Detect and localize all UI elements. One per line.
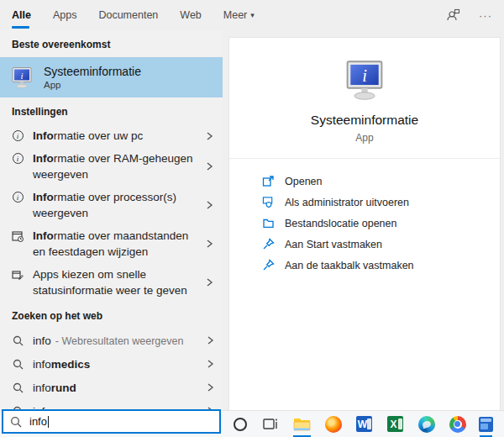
chrome-icon[interactable] bbox=[448, 412, 467, 437]
action-open[interactable]: Openen bbox=[261, 171, 500, 192]
window-app-icon[interactable] bbox=[479, 412, 493, 437]
pin-icon bbox=[261, 238, 275, 250]
action-pin-to-start[interactable]: Aan Start vastmaken bbox=[261, 234, 500, 255]
best-match-title: Systeeminformatie bbox=[44, 65, 141, 78]
completion-text: rund bbox=[51, 382, 76, 394]
suggestion-note: - Webresultaten weergeven bbox=[55, 335, 184, 347]
chevron-right-icon bbox=[206, 131, 214, 141]
item-text: rmatie over RAM-geheugen weergeven bbox=[33, 152, 193, 181]
settings-header: Instellingen bbox=[0, 97, 223, 124]
preview-app-title: Systeeminformatie bbox=[311, 113, 418, 128]
info-circle-icon: i bbox=[11, 153, 24, 164]
preview-app-subtitle: App bbox=[355, 132, 373, 144]
web-search-header: Zoeken op het web bbox=[0, 302, 223, 329]
typed-text: info bbox=[33, 382, 51, 394]
action-open-file-location[interactable]: Bestandslocatie openen bbox=[261, 213, 500, 234]
settings-item[interactable]: i Informatie over processor(s) weergeven bbox=[0, 186, 223, 224]
file-explorer-icon[interactable] bbox=[292, 412, 312, 437]
results-list: Beste overeenkomst i bbox=[0, 30, 223, 410]
search-filter-tabbar: Alle Apps Documenten Web Meer ▾ ··· bbox=[0, 0, 504, 30]
cortana-icon[interactable] bbox=[230, 412, 249, 437]
action-label: Aan de taakbalk vastmaken bbox=[285, 260, 414, 271]
svg-text:i: i bbox=[362, 66, 367, 85]
search-icon bbox=[11, 359, 24, 370]
text-caret bbox=[48, 416, 49, 428]
preview-card: i Systeeminformatie App Openen bbox=[228, 37, 501, 410]
typed-text: info bbox=[33, 334, 51, 347]
excel-icon[interactable]: X bbox=[386, 412, 405, 437]
chevron-right-icon bbox=[206, 161, 214, 171]
matched-text: Info bbox=[33, 152, 54, 165]
ellipsis-menu-icon[interactable]: ··· bbox=[479, 9, 492, 22]
tab-meer[interactable]: Meer ▾ bbox=[223, 0, 255, 30]
web-suggestion[interactable]: infomedics bbox=[0, 352, 223, 376]
item-text: rmatie over processor(s) weergeven bbox=[33, 191, 176, 219]
word-icon[interactable]: W bbox=[354, 412, 374, 437]
settings-item[interactable]: i Informatie over uw pc bbox=[0, 124, 223, 147]
typed-text: info bbox=[33, 358, 51, 371]
pin-icon bbox=[261, 259, 275, 271]
chevron-right-icon bbox=[207, 335, 214, 345]
tab-alle[interactable]: Alle bbox=[12, 0, 31, 30]
best-match-header: Beste overeenkomst bbox=[0, 30, 223, 57]
windows-search-flyout: Alle Apps Documenten Web Meer ▾ ··· Best… bbox=[0, 0, 504, 437]
svg-text:i: i bbox=[20, 70, 23, 80]
file-location-icon bbox=[261, 217, 275, 229]
item-text: rmatie over maandstanden en feestdagen w… bbox=[33, 229, 188, 258]
action-label: Aan Start vastmaken bbox=[285, 239, 382, 250]
item-text: Apps kiezen om snelle statusinformatie w… bbox=[33, 268, 187, 297]
action-label: Als administrator uitvoeren bbox=[285, 197, 409, 208]
search-icon bbox=[11, 382, 24, 393]
calendar-clock-icon bbox=[11, 230, 24, 242]
search-results-panel: Beste overeenkomst i bbox=[0, 30, 504, 410]
excel-letter: X bbox=[390, 419, 396, 430]
task-view-icon[interactable] bbox=[261, 412, 281, 437]
search-icon bbox=[10, 416, 22, 428]
search-icon bbox=[11, 335, 24, 346]
edge-icon[interactable] bbox=[417, 412, 436, 437]
matched-text: Info bbox=[33, 191, 54, 203]
word-letter: W bbox=[358, 419, 367, 430]
info-circle-icon: i bbox=[11, 130, 24, 141]
preview-pane: i Systeeminformatie App Openen bbox=[223, 30, 504, 410]
action-run-as-admin[interactable]: Als administrator uitvoeren bbox=[261, 192, 500, 213]
tab-documenten[interactable]: Documenten bbox=[98, 0, 158, 30]
search-input[interactable]: info bbox=[2, 409, 221, 434]
system-information-icon: i bbox=[343, 60, 386, 104]
action-label: Openen bbox=[285, 176, 322, 187]
chevron-right-icon bbox=[206, 239, 214, 249]
action-label: Bestandslocatie openen bbox=[285, 218, 396, 229]
chevron-down-icon: ▾ bbox=[250, 11, 255, 19]
chevron-right-icon bbox=[207, 382, 214, 392]
search-query-text: info bbox=[29, 415, 47, 428]
open-icon bbox=[261, 175, 275, 187]
feedback-person-icon[interactable] bbox=[446, 8, 460, 22]
apps-quick-status-icon bbox=[11, 269, 24, 281]
item-text: rmatie over uw pc bbox=[54, 129, 144, 142]
web-suggestion[interactable]: info- Webresultaten weergeven bbox=[0, 329, 223, 352]
settings-item[interactable]: i Informatie over RAM-geheugen weergeven bbox=[0, 147, 223, 186]
admin-shield-icon bbox=[261, 196, 275, 208]
action-pin-to-taskbar[interactable]: Aan de taakbalk vastmaken bbox=[261, 255, 500, 276]
best-match-result[interactable]: i Systeeminformatie App bbox=[0, 57, 223, 97]
tab-apps[interactable]: Apps bbox=[53, 0, 77, 30]
settings-item[interactable]: Apps kiezen om snelle statusinformatie w… bbox=[0, 263, 223, 302]
system-information-icon: i bbox=[10, 66, 34, 89]
chevron-right-icon bbox=[206, 200, 214, 210]
app-actions: Openen Als administrator uitvoeren Besta… bbox=[229, 159, 500, 276]
chevron-right-icon bbox=[206, 277, 214, 287]
settings-item[interactable]: Informatie over maandstanden en feestdag… bbox=[0, 224, 223, 263]
firefox-icon[interactable] bbox=[323, 412, 343, 437]
tab-meer-label: Meer bbox=[223, 9, 247, 21]
completion-text: medics bbox=[51, 358, 91, 371]
chevron-right-icon bbox=[207, 359, 214, 369]
web-suggestion[interactable]: inforund bbox=[0, 376, 223, 399]
matched-text: Info bbox=[33, 129, 54, 142]
matched-text: Info bbox=[33, 229, 54, 242]
info-circle-icon: i bbox=[11, 192, 24, 203]
best-match-subtitle: App bbox=[44, 80, 141, 90]
tab-web[interactable]: Web bbox=[180, 0, 201, 30]
